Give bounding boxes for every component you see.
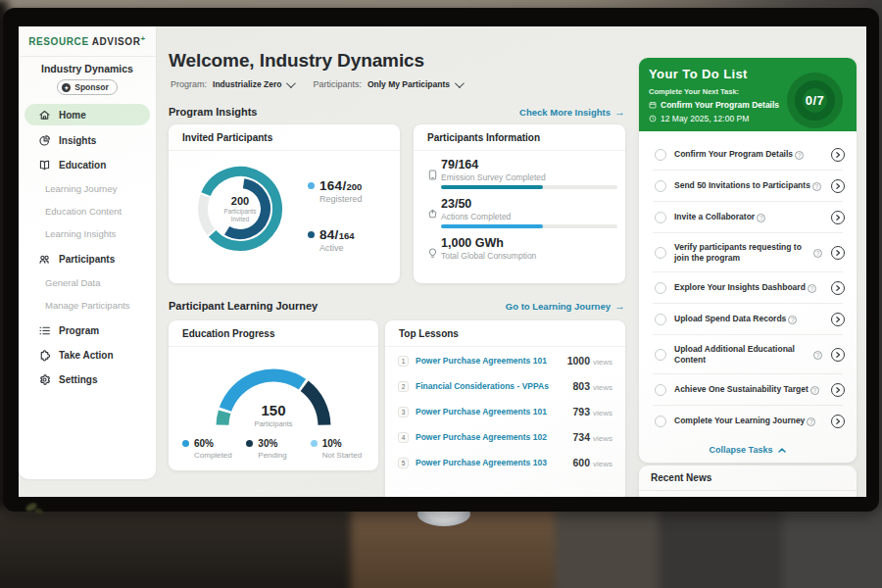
legend-total: 200 <box>346 181 362 192</box>
task-checkbox[interactable] <box>655 314 666 325</box>
sidebar-item-education[interactable]: Education <box>19 153 156 177</box>
sponsor-badge-label: Sponsor <box>74 82 108 92</box>
task-checkbox[interactable] <box>655 180 666 192</box>
task-row[interactable]: Send 50 Invitations to Participants ? <box>639 171 857 202</box>
donut-center-label: ParticipantsInvited <box>224 208 257 223</box>
center-label-line2: Invited <box>231 216 250 222</box>
go-to-learning-journey-link[interactable]: Go to Learning Journey → <box>506 300 625 312</box>
chevron-down-icon[interactable] <box>455 78 465 88</box>
task-go-button[interactable] <box>831 211 845 224</box>
insights-icon <box>38 134 51 147</box>
info-row-emission: 79/164 Emission Survey Completed <box>426 158 546 182</box>
invited-participants-donut-chart: 200 ParticipantsInvited <box>193 162 287 256</box>
lesson-link[interactable]: Power Purchase Agreements 102 <box>416 432 547 442</box>
education-progress-card: Education Progress 150 Participants 60%C… <box>169 320 378 470</box>
page-title: Welcome, Industry Dynamics <box>169 50 424 72</box>
lesson-row: 3 Power Purchase Agreements 101 793views <box>398 399 612 424</box>
task-label: Upload Spend Data Records <box>674 314 786 324</box>
task-go-button[interactable] <box>831 179 845 193</box>
collapse-tasks-label: Collapse Tasks <box>710 445 773 455</box>
help-icon[interactable]: ? <box>807 417 815 426</box>
lesson-row: 1 Power Purchase Agreements 101 1000view… <box>398 348 612 373</box>
task-checkbox[interactable] <box>655 384 666 396</box>
brand-logo[interactable]: RESOURCE ADVISOR+ <box>19 26 156 57</box>
sidebar-item-insights[interactable]: Insights <box>19 128 156 153</box>
chevron-down-icon[interactable] <box>286 78 296 88</box>
task-go-button[interactable] <box>831 383 845 397</box>
task-row[interactable]: Verify participants requesting to join t… <box>639 233 857 272</box>
participants-label: Participants: <box>313 79 362 89</box>
views-suffix: views <box>593 434 612 443</box>
help-icon[interactable]: ? <box>813 249 822 258</box>
task-label: Upload Additional Educational Content <box>674 344 811 366</box>
sidebar-item-label: Learning Journey <box>45 183 117 194</box>
task-go-button[interactable] <box>831 313 845 326</box>
task-row[interactable]: Invite a Collaborator ? <box>639 202 857 233</box>
donut-legend: 164/200 Registered 84/164 Active <box>308 178 363 276</box>
program-select[interactable]: Industrialize Zero <box>213 79 281 89</box>
task-checkbox[interactable] <box>655 212 666 223</box>
help-icon[interactable]: ? <box>810 386 819 395</box>
views-count: 793 <box>572 406 590 417</box>
help-icon[interactable]: ? <box>757 214 765 222</box>
gauge-center-value: 150 <box>212 402 335 418</box>
help-icon[interactable]: ? <box>812 182 821 191</box>
help-icon[interactable]: ? <box>795 151 804 160</box>
lesson-link[interactable]: Power Purchase Agreements 103 <box>416 458 547 467</box>
legend-item-not-started: 10%Not Started <box>311 438 374 460</box>
lesson-link[interactable]: Power Purchase Agreements 101 <box>416 356 547 366</box>
task-checkbox[interactable] <box>655 149 666 161</box>
education-icon <box>38 159 51 172</box>
sidebar-item-education-content[interactable]: Education Content <box>19 200 156 222</box>
lesson-views: 793views <box>572 406 612 417</box>
lesson-link[interactable]: Financial Considerations - VPPAs <box>416 381 549 391</box>
chevron-up-icon <box>778 448 786 453</box>
participants-select[interactable]: Only My Participants <box>368 79 450 89</box>
task-checkbox[interactable] <box>655 282 666 294</box>
sidebar-item-take-action[interactable]: Take Action <box>19 343 156 368</box>
card-title: Top Lessons <box>385 320 625 347</box>
legend-percent: 60% <box>194 438 232 449</box>
task-checkbox[interactable] <box>655 349 666 361</box>
task-row[interactable]: Achieve One Sustainability Target ? <box>639 374 857 406</box>
sidebar-item-settings[interactable]: Settings <box>19 368 156 392</box>
help-icon[interactable]: ? <box>808 284 816 293</box>
lesson-views: 734views <box>572 431 612 443</box>
lesson-link[interactable]: Power Purchase Agreements 101 <box>416 407 547 416</box>
donut-center-value: 200 <box>231 195 249 207</box>
program-icon <box>38 324 51 337</box>
task-row[interactable]: Explore Your Insights Dashboard ? <box>639 272 857 304</box>
legend-dot <box>311 440 318 447</box>
help-icon[interactable]: ? <box>813 351 822 360</box>
lesson-rank: 3 <box>398 407 409 417</box>
legend-dot <box>182 440 189 447</box>
sidebar-item-learning-insights[interactable]: Learning Insights <box>19 222 156 245</box>
task-go-button[interactable] <box>831 246 845 260</box>
task-go-button[interactable] <box>831 281 845 295</box>
sidebar-item-manage-participants[interactable]: Manage Participants <box>19 294 156 317</box>
task-go-button[interactable] <box>831 148 845 162</box>
sidebar-item-program[interactable]: Program <box>19 318 156 343</box>
legend-label: Not Started <box>322 451 362 460</box>
lesson-views: 1000views <box>567 355 612 367</box>
task-go-button[interactable] <box>831 348 845 362</box>
sidebar-item-general-data[interactable]: General Data <box>19 271 156 294</box>
task-checkbox[interactable] <box>655 247 666 259</box>
task-row[interactable]: Upload Spend Data Records ? <box>639 304 857 335</box>
check-more-insights-link[interactable]: Check More Insights → <box>519 106 625 118</box>
collapse-tasks-link[interactable]: Collapse Tasks <box>639 437 857 463</box>
sidebar-item-home[interactable]: Home <box>24 104 150 125</box>
program-insights-header: Program Insights Check More Insights → <box>169 106 625 118</box>
task-go-button[interactable] <box>831 415 845 428</box>
task-row[interactable]: Complete Your Learning Journey ? <box>639 406 857 437</box>
sidebar-item-participants[interactable]: Participants <box>19 247 156 271</box>
task-row[interactable]: Confirm Your Program Details ? <box>639 139 857 171</box>
participants-information-card: Participants Information 79/164 Emission… <box>414 124 625 283</box>
header-controls: Program: Industrialize Zero Participants… <box>171 79 462 89</box>
task-checkbox[interactable] <box>655 416 666 427</box>
help-icon[interactable]: ? <box>788 316 797 324</box>
sidebar-item-learning-journey[interactable]: Learning Journey <box>19 177 156 200</box>
org-name: Industry Dynamics <box>19 63 156 74</box>
views-count: 803 <box>572 380 590 392</box>
task-row[interactable]: Upload Additional Educational Content ? <box>639 335 857 374</box>
